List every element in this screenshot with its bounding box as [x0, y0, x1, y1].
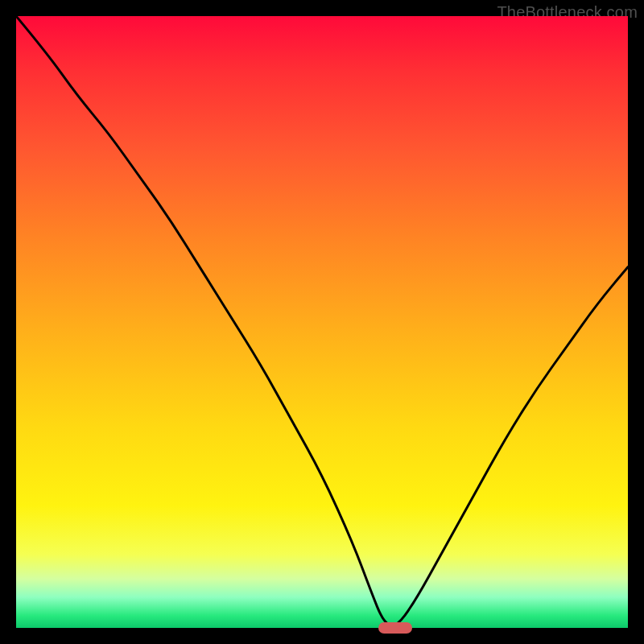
plot-area — [16, 16, 628, 628]
chart-frame: TheBottleneck.com — [0, 0, 644, 644]
bottleneck-curve — [16, 16, 628, 628]
min-marker — [378, 622, 412, 634]
